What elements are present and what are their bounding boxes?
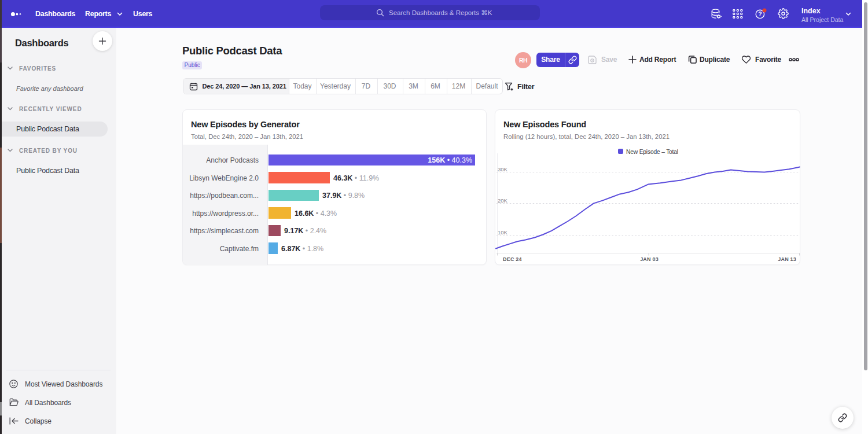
svg-text:?: ? <box>758 10 762 17</box>
svg-text:30K: 30K <box>498 166 508 172</box>
svg-text:20K: 20K <box>498 197 508 204</box>
svg-text:10K: 10K <box>498 229 508 236</box>
svg-text:JAN 03: JAN 03 <box>640 256 659 262</box>
svg-text:JAN 13: JAN 13 <box>778 256 796 262</box>
svg-text:DEC 24: DEC 24 <box>503 256 522 262</box>
